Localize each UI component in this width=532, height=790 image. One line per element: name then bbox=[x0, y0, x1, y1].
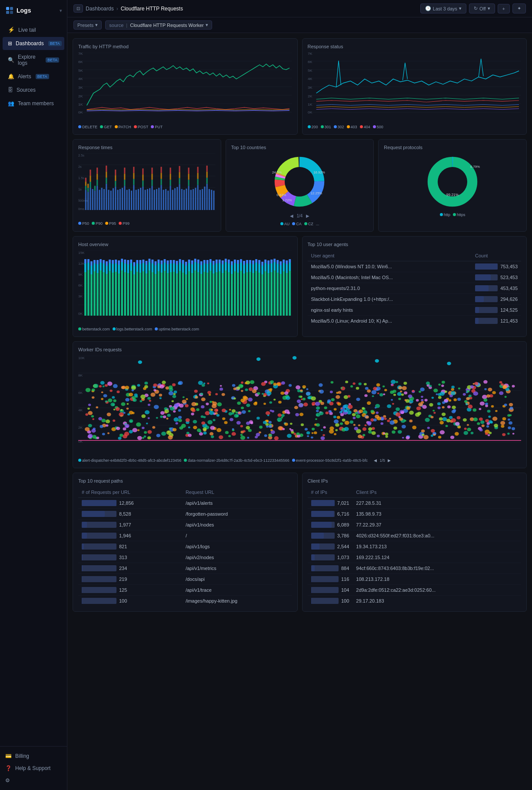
svg-rect-85 bbox=[124, 173, 125, 180]
svg-rect-91 bbox=[133, 179, 134, 185]
svg-rect-381 bbox=[279, 265, 282, 274]
svg-point-1100 bbox=[487, 422, 490, 425]
svg-point-459 bbox=[509, 403, 513, 407]
prev-page-btn[interactable]: ◀ bbox=[288, 213, 295, 219]
svg-rect-341 bbox=[240, 271, 242, 316]
database-icon: 🗄 bbox=[8, 87, 13, 93]
svg-point-499 bbox=[243, 430, 246, 432]
svg-rect-109 bbox=[156, 189, 157, 210]
svg-rect-196 bbox=[90, 261, 93, 266]
svg-point-1098 bbox=[470, 385, 474, 389]
svg-rect-383 bbox=[283, 271, 285, 316]
sidebar-item-dashboards[interactable]: ⊞ Dashboards BETA bbox=[3, 37, 64, 50]
svg-rect-265 bbox=[161, 260, 163, 264]
more-btn[interactable]: ✦ bbox=[512, 3, 526, 13]
svg-point-1102 bbox=[362, 434, 365, 436]
count-cell: 753,453 bbox=[472, 261, 521, 272]
prev-page-worker[interactable]: ◀ bbox=[372, 458, 379, 463]
sidebar-item-billing[interactable]: 💳 Billing bbox=[0, 750, 67, 762]
svg-point-608 bbox=[359, 383, 362, 385]
svg-rect-205 bbox=[100, 259, 102, 263]
ip-count-cell: 6,716 bbox=[308, 509, 353, 520]
svg-point-1203 bbox=[485, 433, 488, 435]
next-page-worker[interactable]: ▶ bbox=[386, 458, 392, 463]
svg-rect-56 bbox=[90, 182, 91, 188]
svg-point-914 bbox=[319, 383, 323, 387]
legend-https: https bbox=[453, 213, 466, 217]
svg-point-1035 bbox=[501, 425, 504, 428]
svg-text:0K: 0K bbox=[78, 111, 83, 113]
svg-point-471 bbox=[400, 390, 402, 392]
svg-point-429 bbox=[333, 416, 336, 418]
svg-point-764 bbox=[148, 403, 150, 406]
filter-chevron: ▾ bbox=[206, 22, 208, 28]
svg-point-1191 bbox=[132, 389, 134, 391]
svg-point-653 bbox=[393, 427, 397, 430]
source-filter[interactable]: source | Cloudflare HTTP Requests Worker… bbox=[105, 20, 212, 30]
svg-rect-295 bbox=[191, 260, 193, 264]
svg-text:1K: 1K bbox=[78, 103, 83, 107]
svg-point-848 bbox=[345, 421, 349, 425]
svg-point-673 bbox=[431, 416, 434, 418]
svg-rect-363 bbox=[261, 266, 263, 274]
svg-point-950 bbox=[453, 398, 457, 401]
next-page-btn[interactable]: ▶ bbox=[304, 213, 311, 219]
svg-point-1126 bbox=[246, 426, 250, 430]
user-agent-cell: python-requests/2.31.0 bbox=[308, 283, 472, 294]
sidebar-label-sources: Sources bbox=[17, 87, 36, 93]
user-agent-cell: Mozilla/5.0 (Linux; Android 10; K) Ap... bbox=[308, 316, 472, 327]
svg-point-733 bbox=[433, 412, 436, 413]
svg-point-1169 bbox=[287, 434, 292, 438]
svg-rect-117 bbox=[167, 190, 169, 210]
svg-point-879 bbox=[120, 409, 123, 411]
svg-point-1012 bbox=[272, 410, 274, 412]
table-row: 3,786 4026:d324:550f:ed27:f031:8ce3:a0..… bbox=[308, 530, 522, 541]
svg-point-843 bbox=[406, 407, 410, 410]
breadcrumb-parent[interactable]: Dashboards bbox=[86, 6, 114, 12]
add-btn[interactable]: + bbox=[498, 4, 510, 13]
svg-point-1013 bbox=[311, 437, 313, 439]
logo-chevron[interactable]: ▾ bbox=[60, 8, 62, 13]
svg-point-875 bbox=[185, 404, 189, 407]
svg-point-845 bbox=[451, 386, 455, 388]
sidebar-item-explore-logs[interactable]: 🔍 Explore logs BETA bbox=[3, 50, 64, 70]
svg-point-539 bbox=[425, 418, 430, 422]
svg-rect-76 bbox=[115, 187, 116, 210]
svg-rect-386 bbox=[286, 273, 288, 316]
svg-rect-244 bbox=[139, 260, 141, 264]
svg-point-1039 bbox=[469, 394, 472, 397]
sidebar-item-settings[interactable]: ⚙ bbox=[0, 774, 67, 787]
svg-rect-112 bbox=[160, 179, 162, 185]
time-range-btn[interactable]: 🕒 Last 3 days ▾ bbox=[420, 3, 466, 13]
svg-point-1179 bbox=[418, 403, 423, 407]
svg-rect-367 bbox=[264, 260, 266, 263]
svg-rect-368 bbox=[267, 273, 269, 316]
svg-point-432 bbox=[237, 402, 241, 405]
sidebar-item-help-support[interactable]: ❓ Help & Support bbox=[0, 762, 67, 774]
svg-point-494 bbox=[324, 407, 327, 409]
svg-rect-355 bbox=[252, 260, 254, 264]
table-row: 12,856 /api/v1/alerts bbox=[78, 498, 292, 509]
svg-point-1204 bbox=[203, 431, 206, 434]
svg-point-704 bbox=[433, 389, 438, 393]
sidebar-nav: ⚡ Live tail ⊞ Dashboards BETA 🔍 Explore … bbox=[0, 21, 67, 112]
svg-point-947 bbox=[263, 403, 266, 405]
sidebar-item-sources[interactable]: 🗄 Sources bbox=[3, 83, 64, 97]
svg-point-907 bbox=[320, 436, 325, 440]
table-row: 6,089 77.22.29.37 bbox=[308, 520, 522, 530]
svg-rect-90 bbox=[133, 185, 134, 210]
svg-rect-372 bbox=[270, 263, 273, 272]
svg-point-635 bbox=[486, 425, 489, 427]
svg-point-980 bbox=[141, 414, 146, 418]
sidebar-item-alerts[interactable]: 🔔 Alerts BETA bbox=[3, 70, 64, 83]
sidebar-item-team-members[interactable]: 👥 Team members bbox=[3, 97, 64, 110]
sidebar-item-live-tail[interactable]: ⚡ Live tail bbox=[3, 23, 64, 37]
table-row: 125 /api/v1/trace bbox=[78, 585, 292, 596]
presets-dropdown[interactable]: Presets ▾ bbox=[73, 20, 102, 30]
svg-rect-136 bbox=[190, 190, 192, 210]
svg-point-618 bbox=[173, 417, 179, 422]
refresh-btn[interactable]: ↻ Off ▾ bbox=[469, 3, 495, 13]
svg-rect-349 bbox=[246, 260, 248, 263]
svg-rect-1 bbox=[10, 7, 13, 10]
svg-point-1083 bbox=[203, 383, 206, 384]
